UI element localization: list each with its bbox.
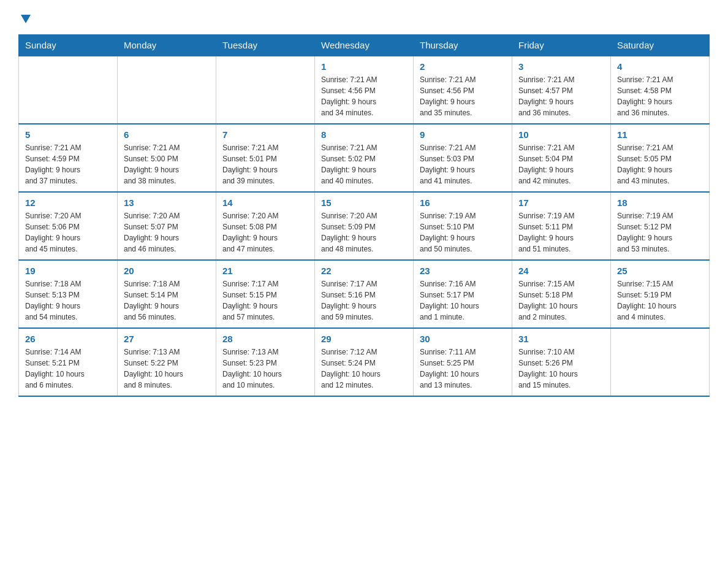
calendar-cell: 28Sunrise: 7:13 AM Sunset: 5:23 PM Dayli… xyxy=(216,328,315,396)
day-number: 28 xyxy=(222,334,308,344)
day-info: Sunrise: 7:16 AM Sunset: 5:17 PM Dayligh… xyxy=(420,278,506,323)
day-number: 4 xyxy=(617,61,703,72)
calendar-cell: 6Sunrise: 7:21 AM Sunset: 5:00 PM Daylig… xyxy=(118,124,216,192)
calendar-cell: 8Sunrise: 7:21 AM Sunset: 5:02 PM Daylig… xyxy=(315,124,414,192)
calendar-cell: 4Sunrise: 7:21 AM Sunset: 4:58 PM Daylig… xyxy=(611,56,710,124)
day-number: 9 xyxy=(420,129,506,140)
calendar-cell xyxy=(216,56,315,124)
calendar-week-row: 12Sunrise: 7:20 AM Sunset: 5:06 PM Dayli… xyxy=(19,192,710,260)
day-number: 31 xyxy=(518,334,604,344)
day-number: 21 xyxy=(222,266,308,276)
calendar-cell: 20Sunrise: 7:18 AM Sunset: 5:14 PM Dayli… xyxy=(118,260,216,328)
day-number: 13 xyxy=(124,197,210,208)
calendar-cell: 10Sunrise: 7:21 AM Sunset: 5:04 PM Dayli… xyxy=(512,124,611,192)
calendar-cell: 24Sunrise: 7:15 AM Sunset: 5:18 PM Dayli… xyxy=(512,260,611,328)
calendar-header-wednesday: Wednesday xyxy=(315,35,414,56)
day-info: Sunrise: 7:20 AM Sunset: 5:08 PM Dayligh… xyxy=(222,210,308,255)
calendar-table: SundayMondayTuesdayWednesdayThursdayFrid… xyxy=(18,34,710,397)
calendar-cell: 22Sunrise: 7:17 AM Sunset: 5:16 PM Dayli… xyxy=(315,260,414,328)
day-info: Sunrise: 7:19 AM Sunset: 5:11 PM Dayligh… xyxy=(518,210,604,255)
calendar-week-row: 19Sunrise: 7:18 AM Sunset: 5:13 PM Dayli… xyxy=(19,260,710,328)
calendar-cell: 29Sunrise: 7:12 AM Sunset: 5:24 PM Dayli… xyxy=(315,328,414,396)
calendar-cell xyxy=(19,56,118,124)
day-info: Sunrise: 7:21 AM Sunset: 5:02 PM Dayligh… xyxy=(321,142,407,186)
calendar-cell: 5Sunrise: 7:21 AM Sunset: 4:59 PM Daylig… xyxy=(19,124,118,192)
day-number: 5 xyxy=(25,129,111,140)
day-number: 17 xyxy=(518,197,604,208)
day-number: 30 xyxy=(420,334,506,344)
day-number: 11 xyxy=(617,129,703,140)
day-info: Sunrise: 7:19 AM Sunset: 5:10 PM Dayligh… xyxy=(420,210,506,255)
calendar-cell: 7Sunrise: 7:21 AM Sunset: 5:01 PM Daylig… xyxy=(216,124,315,192)
calendar-cell: 2Sunrise: 7:21 AM Sunset: 4:56 PM Daylig… xyxy=(414,56,512,124)
calendar-cell xyxy=(118,56,216,124)
day-info: Sunrise: 7:18 AM Sunset: 5:13 PM Dayligh… xyxy=(25,278,111,323)
day-info: Sunrise: 7:15 AM Sunset: 5:18 PM Dayligh… xyxy=(518,278,604,323)
calendar-cell: 23Sunrise: 7:16 AM Sunset: 5:17 PM Dayli… xyxy=(414,260,512,328)
day-number: 10 xyxy=(518,129,604,140)
day-info: Sunrise: 7:21 AM Sunset: 5:01 PM Dayligh… xyxy=(222,142,308,186)
logo-triangle-icon xyxy=(20,12,32,25)
day-number: 1 xyxy=(321,61,407,72)
calendar-cell: 18Sunrise: 7:19 AM Sunset: 5:12 PM Dayli… xyxy=(611,192,710,260)
calendar-header-sunday: Sunday xyxy=(19,35,118,56)
day-number: 24 xyxy=(518,266,604,276)
calendar-header-tuesday: Tuesday xyxy=(216,35,315,56)
calendar-cell: 3Sunrise: 7:21 AM Sunset: 4:57 PM Daylig… xyxy=(512,56,611,124)
calendar-cell xyxy=(611,328,710,396)
calendar-cell: 15Sunrise: 7:20 AM Sunset: 5:09 PM Dayli… xyxy=(315,192,414,260)
day-number: 23 xyxy=(420,266,506,276)
calendar-cell: 21Sunrise: 7:17 AM Sunset: 5:15 PM Dayli… xyxy=(216,260,315,328)
day-info: Sunrise: 7:18 AM Sunset: 5:14 PM Dayligh… xyxy=(124,278,210,323)
calendar-header-friday: Friday xyxy=(512,35,611,56)
day-info: Sunrise: 7:12 AM Sunset: 5:24 PM Dayligh… xyxy=(321,347,407,391)
calendar-week-row: 1Sunrise: 7:21 AM Sunset: 4:56 PM Daylig… xyxy=(19,56,710,124)
day-info: Sunrise: 7:21 AM Sunset: 4:59 PM Dayligh… xyxy=(25,142,111,186)
day-info: Sunrise: 7:21 AM Sunset: 4:57 PM Dayligh… xyxy=(518,74,604,118)
calendar-week-row: 5Sunrise: 7:21 AM Sunset: 4:59 PM Daylig… xyxy=(19,124,710,192)
day-info: Sunrise: 7:21 AM Sunset: 4:56 PM Dayligh… xyxy=(321,74,407,118)
day-number: 26 xyxy=(25,334,111,344)
day-info: Sunrise: 7:21 AM Sunset: 5:00 PM Dayligh… xyxy=(124,142,210,186)
day-info: Sunrise: 7:21 AM Sunset: 4:58 PM Dayligh… xyxy=(617,74,703,118)
day-info: Sunrise: 7:17 AM Sunset: 5:16 PM Dayligh… xyxy=(321,278,407,323)
day-info: Sunrise: 7:13 AM Sunset: 5:22 PM Dayligh… xyxy=(124,347,210,391)
day-info: Sunrise: 7:20 AM Sunset: 5:09 PM Dayligh… xyxy=(321,210,407,255)
day-info: Sunrise: 7:20 AM Sunset: 5:06 PM Dayligh… xyxy=(25,210,111,255)
day-info: Sunrise: 7:13 AM Sunset: 5:23 PM Dayligh… xyxy=(222,347,308,391)
day-info: Sunrise: 7:21 AM Sunset: 5:03 PM Dayligh… xyxy=(420,142,506,186)
day-info: Sunrise: 7:19 AM Sunset: 5:12 PM Dayligh… xyxy=(617,210,703,255)
day-number: 14 xyxy=(222,197,308,208)
calendar-cell: 11Sunrise: 7:21 AM Sunset: 5:05 PM Dayli… xyxy=(611,124,710,192)
day-number: 12 xyxy=(25,197,111,208)
day-number: 20 xyxy=(124,266,210,276)
calendar-cell: 19Sunrise: 7:18 AM Sunset: 5:13 PM Dayli… xyxy=(19,260,118,328)
day-info: Sunrise: 7:15 AM Sunset: 5:19 PM Dayligh… xyxy=(617,278,703,323)
calendar-week-row: 26Sunrise: 7:14 AM Sunset: 5:21 PM Dayli… xyxy=(19,328,710,396)
day-number: 18 xyxy=(617,197,703,208)
logo xyxy=(18,12,32,23)
calendar-header-monday: Monday xyxy=(118,35,216,56)
day-number: 22 xyxy=(321,266,407,276)
day-number: 3 xyxy=(518,61,604,72)
day-number: 16 xyxy=(420,197,506,208)
calendar-header-saturday: Saturday xyxy=(611,35,710,56)
calendar-cell: 1Sunrise: 7:21 AM Sunset: 4:56 PM Daylig… xyxy=(315,56,414,124)
calendar-cell: 9Sunrise: 7:21 AM Sunset: 5:03 PM Daylig… xyxy=(414,124,512,192)
calendar-cell: 14Sunrise: 7:20 AM Sunset: 5:08 PM Dayli… xyxy=(216,192,315,260)
day-number: 29 xyxy=(321,334,407,344)
calendar-cell: 30Sunrise: 7:11 AM Sunset: 5:25 PM Dayli… xyxy=(414,328,512,396)
calendar-cell: 25Sunrise: 7:15 AM Sunset: 5:19 PM Dayli… xyxy=(611,260,710,328)
calendar-header-thursday: Thursday xyxy=(414,35,512,56)
day-number: 8 xyxy=(321,129,407,140)
day-number: 7 xyxy=(222,129,308,140)
day-info: Sunrise: 7:17 AM Sunset: 5:15 PM Dayligh… xyxy=(222,278,308,323)
calendar-cell: 27Sunrise: 7:13 AM Sunset: 5:22 PM Dayli… xyxy=(118,328,216,396)
calendar-cell: 17Sunrise: 7:19 AM Sunset: 5:11 PM Dayli… xyxy=(512,192,611,260)
calendar-header-row: SundayMondayTuesdayWednesdayThursdayFrid… xyxy=(19,35,710,56)
day-number: 2 xyxy=(420,61,506,72)
day-info: Sunrise: 7:10 AM Sunset: 5:26 PM Dayligh… xyxy=(518,347,604,391)
day-info: Sunrise: 7:21 AM Sunset: 4:56 PM Dayligh… xyxy=(420,74,506,118)
calendar-cell: 26Sunrise: 7:14 AM Sunset: 5:21 PM Dayli… xyxy=(19,328,118,396)
day-number: 27 xyxy=(124,334,210,344)
